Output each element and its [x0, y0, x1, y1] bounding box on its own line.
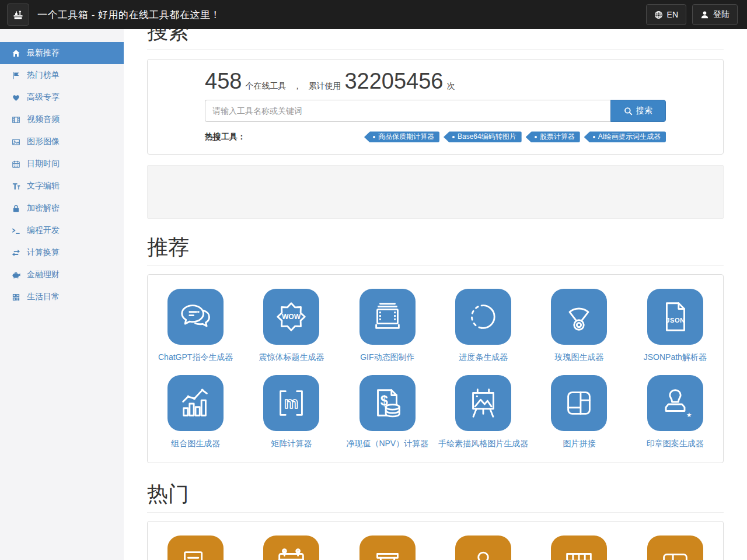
sidebar-item-label: 加密解密 [27, 203, 60, 214]
rose-chart-icon [551, 289, 607, 345]
tool-card-手绘素描风格图片生成器[interactable]: 手绘素描风格图片生成器 [435, 375, 531, 449]
search-button[interactable]: 搜索 [610, 100, 666, 122]
sidebar-item-label: 金融理财 [27, 270, 60, 280]
tool-card-calendar-tool-icon[interactable] [243, 536, 339, 560]
collage-icon [551, 375, 607, 431]
tool-label: 玫瑰图生成器 [552, 352, 606, 362]
search-input-group: 搜索 [205, 100, 666, 122]
image-icon [12, 138, 20, 146]
hot-tools-label: 热搜工具： [205, 132, 246, 142]
sidebar-item-label: 高级专享 [27, 92, 60, 103]
hot-tags: 商品保质期计算器Base64编码转图片股票计算器AI绘画提示词生成器 [364, 131, 666, 142]
sidebar-item-3[interactable]: 视频音频 [0, 108, 124, 131]
tool-card-ChatGPT指令生成器[interactable]: ChatGPT指令生成器 [148, 289, 243, 362]
table-grid-icon [551, 536, 607, 560]
sidebar-item-label: 日期时间 [27, 159, 60, 169]
tool-label: 进度条生成器 [456, 352, 510, 362]
sidebar-item-label: 图形图像 [27, 136, 60, 147]
tool-card-玫瑰图生成器[interactable]: 玫瑰图生成器 [531, 289, 627, 362]
tool-label: GIF动态图制作 [358, 352, 417, 362]
film-frame-icon [359, 289, 416, 345]
tool-card-split-layout-icon[interactable] [627, 536, 723, 560]
hot-tag-0[interactable]: 商品保质期计算器 [364, 131, 439, 142]
tool-card-receipt-seal-icon[interactable] [148, 536, 243, 560]
tool-card-震惊体标题生成器[interactable]: WOW震惊体标题生成器 [243, 289, 339, 362]
chat-bubbles-icon [167, 289, 224, 345]
usage-count: 32205456 [344, 69, 443, 93]
sidebar-item-4[interactable]: 图形图像 [0, 131, 124, 153]
language-button[interactable]: EN [646, 4, 686, 25]
json-file-icon: JSON [647, 289, 703, 345]
hot-tag-1[interactable]: Base64编码转图片 [444, 131, 522, 142]
tool-count: 458 [205, 69, 242, 93]
top-navbar: 一个工具箱 - 好用的在线工具都在这里！ EN 登陆 [0, 0, 747, 29]
tool-card-图片拼接[interactable]: 图片拼接 [531, 375, 627, 449]
svg-text:WOW: WOW [282, 313, 301, 321]
sidebar-item-1[interactable]: 热门榜单 [0, 64, 124, 86]
sidebar-item-10[interactable]: 金融理财 [0, 264, 124, 286]
combo-chart-icon [167, 375, 224, 431]
hot-tag-3[interactable]: AI绘画提示词生成器 [584, 131, 666, 142]
tool-card-JSONPath解析器[interactable]: JSONJSONPath解析器 [627, 289, 723, 362]
search-panel: 458个在线工具，累计使用32205456次 搜索 热搜工具： 商品保质期计算器… [147, 59, 724, 155]
hot-tag-2[interactable]: 股票计算器 [526, 131, 580, 142]
sidebar-item-label: 视频音频 [27, 114, 60, 125]
film-icon [12, 116, 20, 124]
svg-text:★: ★ [686, 411, 692, 418]
tool-label: ChatGPT指令生成器 [156, 352, 235, 362]
tool-card-table-grid-icon[interactable] [531, 536, 627, 560]
sidebar-item-6[interactable]: 文字编辑 [0, 175, 124, 197]
globe-icon [654, 10, 663, 19]
home-icon [12, 49, 20, 58]
sidebar-item-11[interactable]: 生活日常 [0, 286, 124, 308]
sketch-easel-icon [455, 375, 511, 431]
tool-label: 图片拼接 [560, 438, 598, 449]
sidebar-item-9[interactable]: 计算换算 [0, 242, 124, 264]
tool-label: JSONPath解析器 [641, 352, 709, 362]
sidebar-item-label: 生活日常 [27, 292, 60, 302]
search-input[interactable] [205, 100, 610, 122]
tool-card-矩阵计算器[interactable]: m矩阵计算器 [243, 375, 339, 449]
tool-card-进度条生成器[interactable]: 进度条生成器 [435, 289, 531, 362]
matrix-icon: m [263, 375, 319, 431]
sidebar-item-2[interactable]: 高级专享 [0, 86, 124, 108]
sidebar-item-0[interactable]: 最新推荐 [0, 42, 124, 64]
user-icon [700, 10, 709, 19]
tool-label: 震惊体标题生成器 [256, 352, 326, 362]
split-layout-icon [647, 536, 703, 560]
tool-card-印章图案生成器[interactable]: ★印章图案生成器 [627, 375, 723, 449]
tool-label: 净现值（NPV）计算器 [344, 438, 431, 449]
text-icon [12, 182, 20, 191]
hot-tools-row: 热搜工具： 商品保质期计算器Base64编码转图片股票计算器AI绘画提示词生成器 [205, 131, 666, 142]
person-icon [455, 536, 511, 560]
tool-card-组合图生成器[interactable]: 组合图生成器 [148, 375, 243, 449]
site-stats: 458个在线工具，累计使用32205456次 [205, 69, 666, 94]
sidebar-item-label: 文字编辑 [27, 181, 60, 191]
sidebar-item-8[interactable]: 编程开发 [0, 219, 124, 242]
sidebar-item-label: 热门榜单 [27, 70, 60, 80]
tool-label: 组合图生成器 [169, 438, 222, 449]
sidebar-item-label: 计算换算 [27, 247, 60, 258]
login-button[interactable]: 登陆 [692, 4, 738, 25]
tool-label: 手绘素描风格图片生成器 [436, 438, 530, 449]
main-content: 搜索 458个在线工具，累计使用32205456次 搜索 热搜工具： 商品保质期… [124, 19, 747, 560]
svg-text:m: m [284, 394, 298, 412]
flag-icon [12, 71, 20, 80]
ad-placeholder [147, 165, 724, 219]
sidebar-item-label: 最新推荐 [27, 48, 60, 58]
tool-card-podium-icon[interactable] [340, 536, 435, 560]
sidebar-item-7[interactable]: 加密解密 [0, 197, 124, 219]
tool-label: 印章图案生成器 [644, 438, 706, 449]
navbar-actions: EN 登陆 [646, 4, 738, 25]
npv-doc-coins-icon: $ [359, 375, 416, 431]
toolbox-logo-icon[interactable] [7, 4, 29, 26]
tool-card-person-icon[interactable] [435, 536, 531, 560]
calendar-tool-icon [263, 536, 319, 560]
sidebar-item-5[interactable]: 日期时间 [0, 153, 124, 175]
tool-card-净现值（NPV）计算器[interactable]: $净现值（NPV）计算器 [340, 375, 435, 449]
hot-tools-panel [147, 521, 724, 560]
category-sidebar: 最新推荐热门榜单高级专享视频音频图形图像日期时间文字编辑加密解密编程开发计算换算… [0, 29, 124, 560]
heart-icon [12, 93, 20, 102]
tool-card-GIF动态图制作[interactable]: GIF动态图制作 [340, 289, 435, 362]
piggy-bank-icon [12, 271, 20, 279]
